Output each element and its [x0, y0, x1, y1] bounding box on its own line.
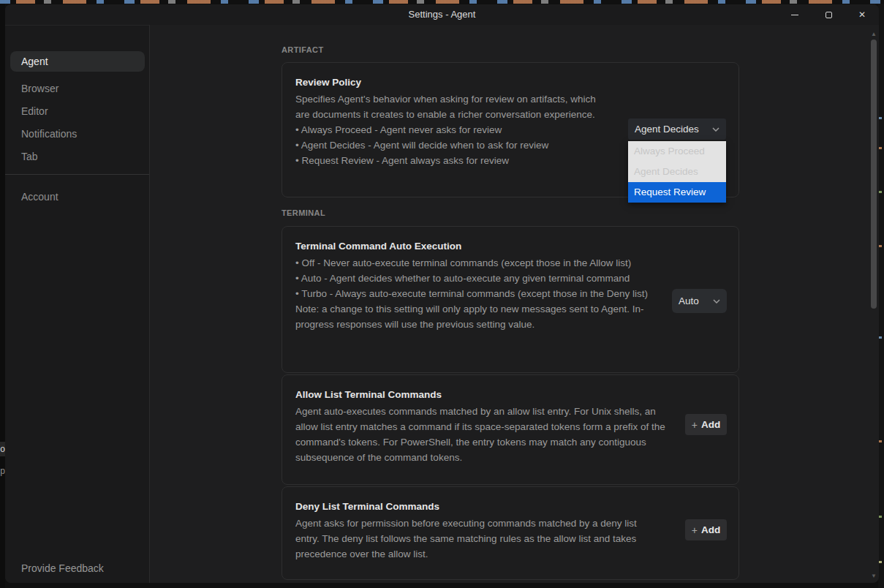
- scroll-up-icon[interactable]: ▲: [870, 31, 877, 38]
- scrollbar: ▲ ▼: [870, 25, 877, 583]
- allow-list-card: Allow List Terminal Commands Agent auto-…: [282, 374, 739, 485]
- sidebar-item-notifications[interactable]: Notifications: [10, 124, 145, 144]
- sidebar-item-editor[interactable]: Editor: [10, 101, 145, 121]
- allow-list-description: Agent auto-executes commands matched by …: [295, 404, 667, 465]
- review-policy-bullet: • Agent Decides - Agent will decide when…: [295, 137, 645, 153]
- chevron-down-icon: [713, 299, 720, 304]
- sidebar: Agent Browser Editor Notifications Tab A…: [5, 25, 150, 583]
- background-code-strip: [0, 0, 884, 4]
- minimize-button[interactable]: [778, 4, 812, 25]
- background-right-strip: [878, 4, 884, 588]
- review-policy-description: Specifies Agent's behavior when asking f…: [295, 91, 597, 122]
- dropdown-option-request-review[interactable]: Request Review: [628, 182, 726, 203]
- deny-list-title: Deny List Terminal Commands: [295, 501, 725, 512]
- auto-execution-card: Terminal Command Auto Execution • Off - …: [282, 226, 739, 373]
- sidebar-item-label: Browser: [21, 83, 58, 94]
- sidebar-item-browser[interactable]: Browser: [10, 78, 145, 99]
- allow-list-add-button[interactable]: + Add: [685, 414, 727, 435]
- add-button-label: Add: [701, 419, 720, 430]
- maximize-icon: [826, 12, 832, 18]
- chevron-down-icon: [712, 127, 719, 132]
- auto-execution-bullet: • Off - Never auto-execute terminal comm…: [295, 255, 661, 271]
- sidebar-item-tab[interactable]: Tab: [10, 146, 145, 167]
- review-policy-dropdown[interactable]: Agent Decides: [628, 118, 726, 140]
- scrollbar-thumb[interactable]: [871, 39, 877, 309]
- auto-execution-title: Terminal Command Auto Execution: [295, 241, 725, 252]
- plus-icon: +: [692, 420, 698, 430]
- sidebar-item-label: Account: [21, 191, 58, 203]
- window-title: Settings - Agent: [5, 4, 879, 25]
- allow-list-title: Allow List Terminal Commands: [295, 389, 725, 400]
- screen: ol p Settings - Agent ✕ Agent Browser: [0, 0, 884, 588]
- auto-execution-note: Note: a change to this setting will only…: [295, 301, 661, 332]
- section-header-terminal: TERMINAL: [282, 208, 325, 217]
- auto-execution-dropdown[interactable]: Auto: [672, 289, 727, 313]
- sidebar-item-label: Tab: [21, 151, 38, 162]
- provide-feedback-link[interactable]: Provide Feedback: [21, 562, 104, 574]
- sidebar-divider: [5, 174, 149, 175]
- title-bar[interactable]: Settings - Agent ✕: [5, 4, 879, 25]
- maximize-button[interactable]: [812, 4, 845, 25]
- deny-list-add-button[interactable]: + Add: [685, 519, 727, 540]
- close-icon: ✕: [858, 10, 866, 20]
- sidebar-item-agent[interactable]: Agent: [10, 51, 145, 72]
- section-header-artifact: ARTIFACT: [282, 45, 324, 54]
- settings-window: Settings - Agent ✕ Agent Browser Editor …: [5, 4, 879, 583]
- review-policy-card: Review Policy Specifies Agent's behavior…: [282, 62, 739, 197]
- sidebar-item-label: Notifications: [21, 128, 77, 140]
- review-policy-bullet: • Request Review - Agent always asks for…: [295, 153, 645, 168]
- background-left-strip: [0, 4, 5, 588]
- sidebar-item-account[interactable]: Account: [10, 186, 145, 207]
- scroll-down-icon[interactable]: ▼: [870, 573, 877, 580]
- review-policy-dropdown-value: Agent Decides: [635, 124, 699, 135]
- auto-execution-dropdown-value: Auto: [679, 295, 699, 306]
- close-button[interactable]: ✕: [845, 4, 879, 25]
- auto-execution-bullet: • Auto - Agent decides whether to auto-e…: [295, 271, 661, 286]
- sidebar-item-label: Editor: [21, 105, 48, 117]
- add-button-label: Add: [701, 524, 720, 535]
- minimize-icon: [791, 15, 798, 15]
- sidebar-item-label: Agent: [21, 56, 48, 67]
- review-policy-bullet: • Always Proceed - Agent never asks for …: [295, 122, 645, 137]
- settings-content: ARTIFACT Review Policy Specifies Agent's…: [150, 25, 872, 583]
- review-policy-dropdown-menu: Always Proceed Agent Decides Request Rev…: [628, 141, 726, 203]
- dropdown-option-agent-decides[interactable]: Agent Decides: [628, 162, 726, 182]
- dropdown-option-always-proceed[interactable]: Always Proceed: [628, 141, 726, 162]
- window-controls: ✕: [778, 4, 879, 25]
- deny-list-description: Agent asks for permission before executi…: [295, 516, 655, 562]
- auto-execution-bullet: • Turbo - Always auto-execute terminal c…: [295, 286, 661, 301]
- review-policy-title: Review Policy: [295, 77, 725, 88]
- plus-icon: +: [692, 525, 698, 535]
- deny-list-card: Deny List Terminal Commands Agent asks f…: [282, 486, 739, 580]
